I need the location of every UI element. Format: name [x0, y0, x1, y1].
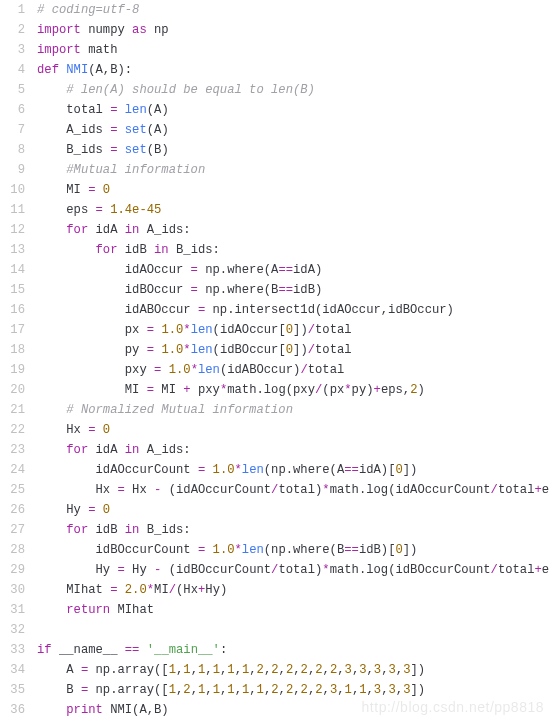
line-number: 9: [0, 160, 37, 180]
code-content: # Normalized Mutual information: [37, 400, 550, 420]
code-line: 26 Hy = 0: [0, 500, 550, 520]
code-line: 4def NMI(A,B):: [0, 60, 550, 80]
code-editor: 1# coding=utf-82import numpy as np3impor…: [0, 0, 550, 721]
line-number: 7: [0, 120, 37, 140]
line-number: 22: [0, 420, 37, 440]
code-line: 35 B = np.array([1,2,1,1,1,1,1,2,2,2,2,3…: [0, 680, 550, 700]
code-content: # coding=utf-8: [37, 0, 550, 20]
code-content: eps = 1.4e-45: [37, 200, 550, 220]
code-content: total = len(A): [37, 100, 550, 120]
code-line: 29 Hy = Hy - (idBOccurCount/total)*math.…: [0, 560, 550, 580]
code-content: B = np.array([1,2,1,1,1,1,1,2,2,2,2,3,1,…: [37, 680, 550, 700]
code-content: A = np.array([1,1,1,1,1,1,2,2,2,2,2,2,3,…: [37, 660, 550, 680]
line-number: 28: [0, 540, 37, 560]
code-line: 31 return MIhat: [0, 600, 550, 620]
line-number: 25: [0, 480, 37, 500]
code-line: 15 idBOccur = np.where(B==idB): [0, 280, 550, 300]
code-line: 34 A = np.array([1,1,1,1,1,1,2,2,2,2,2,2…: [0, 660, 550, 680]
code-line: 5 # len(A) should be equal to len(B): [0, 80, 550, 100]
line-number: 23: [0, 440, 37, 460]
code-content: MI = 0: [37, 180, 550, 200]
line-number: 19: [0, 360, 37, 380]
code-content: px = 1.0*len(idAOccur[0])/total: [37, 320, 550, 340]
code-content: [37, 620, 550, 640]
line-number: 16: [0, 300, 37, 320]
code-content: idBOccurCount = 1.0*len(np.where(B==idB)…: [37, 540, 550, 560]
code-line: 1# coding=utf-8: [0, 0, 550, 20]
code-content: idABOccur = np.intersect1d(idAOccur,idBO…: [37, 300, 550, 320]
code-line: 19 pxy = 1.0*len(idABOccur)/total: [0, 360, 550, 380]
code-line: 7 A_ids = set(A): [0, 120, 550, 140]
code-content: def NMI(A,B):: [37, 60, 550, 80]
code-content: if __name__ == '__main__':: [37, 640, 550, 660]
code-line: 9 #Mutual information: [0, 160, 550, 180]
line-number: 34: [0, 660, 37, 680]
line-number: 10: [0, 180, 37, 200]
line-number: 29: [0, 560, 37, 580]
code-content: idAOccurCount = 1.0*len(np.where(A==idA)…: [37, 460, 550, 480]
code-content: import math: [37, 40, 550, 60]
code-line: 8 B_ids = set(B): [0, 140, 550, 160]
code-line: 11 eps = 1.4e-45: [0, 200, 550, 220]
code-line: 21 # Normalized Mutual information: [0, 400, 550, 420]
line-number: 24: [0, 460, 37, 480]
line-number: 3: [0, 40, 37, 60]
line-number: 21: [0, 400, 37, 420]
line-number: 35: [0, 680, 37, 700]
line-number: 33: [0, 640, 37, 660]
line-number: 32: [0, 620, 37, 640]
line-number: 2: [0, 20, 37, 40]
line-number: 15: [0, 280, 37, 300]
code-line: 3import math: [0, 40, 550, 60]
code-content: Hx = 0: [37, 420, 550, 440]
code-content: print NMI(A,B): [37, 700, 550, 720]
code-content: #Mutual information: [37, 160, 550, 180]
code-content: py = 1.0*len(idBOccur[0])/total: [37, 340, 550, 360]
line-number: 1: [0, 0, 37, 20]
line-number: 31: [0, 600, 37, 620]
code-content: pxy = 1.0*len(idABOccur)/total: [37, 360, 550, 380]
code-line: 20 MI = MI + pxy*math.log(pxy/(px*py)+ep…: [0, 380, 550, 400]
code-content: idAOccur = np.where(A==idA): [37, 260, 550, 280]
code-content: Hx = Hx - (idAOccurCount/total)*math.log…: [37, 480, 550, 500]
line-number: 14: [0, 260, 37, 280]
code-line: 23 for idA in A_ids:: [0, 440, 550, 460]
line-number: 8: [0, 140, 37, 160]
code-content: MI = MI + pxy*math.log(pxy/(px*py)+eps,2…: [37, 380, 550, 400]
code-line: 17 px = 1.0*len(idAOccur[0])/total: [0, 320, 550, 340]
line-number: 11: [0, 200, 37, 220]
code-line: 10 MI = 0: [0, 180, 550, 200]
code-line: 6 total = len(A): [0, 100, 550, 120]
code-line: 13 for idB in B_ids:: [0, 240, 550, 260]
code-content: Hy = 0: [37, 500, 550, 520]
code-content: for idB in B_ids:: [37, 520, 550, 540]
code-line: 28 idBOccurCount = 1.0*len(np.where(B==i…: [0, 540, 550, 560]
line-number: 5: [0, 80, 37, 100]
line-number: 20: [0, 380, 37, 400]
code-content: MIhat = 2.0*MI/(Hx+Hy): [37, 580, 550, 600]
code-line: 25 Hx = Hx - (idAOccurCount/total)*math.…: [0, 480, 550, 500]
code-line: 33if __name__ == '__main__':: [0, 640, 550, 660]
code-line: 30 MIhat = 2.0*MI/(Hx+Hy): [0, 580, 550, 600]
line-number: 18: [0, 340, 37, 360]
code-line: 22 Hx = 0: [0, 420, 550, 440]
code-content: import numpy as np: [37, 20, 550, 40]
code-content: return MIhat: [37, 600, 550, 620]
line-number: 30: [0, 580, 37, 600]
code-line: 24 idAOccurCount = 1.0*len(np.where(A==i…: [0, 460, 550, 480]
code-line: 2import numpy as np: [0, 20, 550, 40]
line-number: 27: [0, 520, 37, 540]
code-content: Hy = Hy - (idBOccurCount/total)*math.log…: [37, 560, 550, 580]
code-line: 14 idAOccur = np.where(A==idA): [0, 260, 550, 280]
code-content: idBOccur = np.where(B==idB): [37, 280, 550, 300]
code-content: A_ids = set(A): [37, 120, 550, 140]
code-line: 36 print NMI(A,B): [0, 700, 550, 720]
line-number: 17: [0, 320, 37, 340]
code-line: 16 idABOccur = np.intersect1d(idAOccur,i…: [0, 300, 550, 320]
code-line: 27 for idB in B_ids:: [0, 520, 550, 540]
code-line: 32: [0, 620, 550, 640]
code-line: 12 for idA in A_ids:: [0, 220, 550, 240]
line-number: 12: [0, 220, 37, 240]
line-number: 26: [0, 500, 37, 520]
code-content: for idA in A_ids:: [37, 440, 550, 460]
